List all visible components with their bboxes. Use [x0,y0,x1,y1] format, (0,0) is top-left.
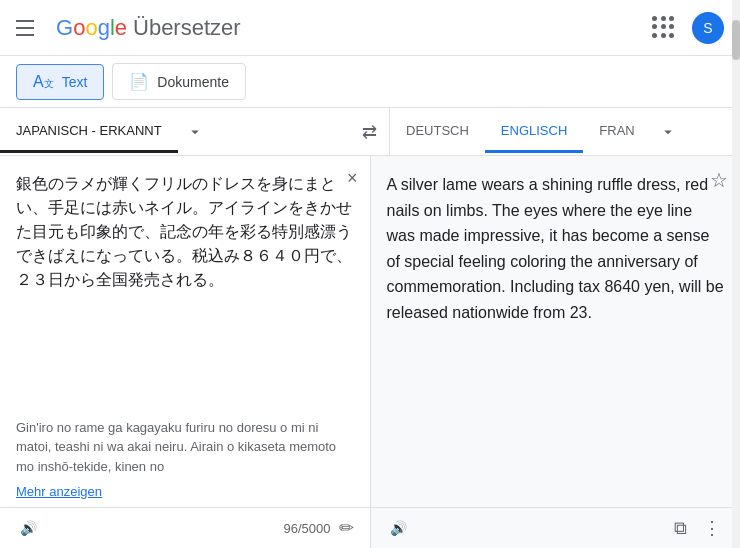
translation-listen-button[interactable] [387,516,411,540]
favorite-button[interactable] [710,169,728,191]
swap-languages-button[interactable]: ⇄ [350,113,389,151]
header-left: Google Übersetzer [16,15,241,41]
header: Google Übersetzer S [0,0,740,56]
translation-text: A silver lame wears a shining ruffle dre… [387,176,724,321]
toolbar: A文 Text 📄 Dokumente [0,56,740,108]
translation-text-area: A silver lame wears a shining ruffle dre… [371,156,741,507]
left-panel: 銀色のラメが輝くフリルのドレスを身にまとい、手足には赤いネイル。アイラインをきか… [0,156,371,548]
mehr-anzeigen-link[interactable]: Mehr anzeigen [0,480,370,507]
clear-button[interactable]: × [347,168,358,189]
more-options-button[interactable] [700,516,724,540]
docs-button[interactable]: 📄 Dokumente [112,63,246,100]
edit-button[interactable]: ✏ [339,517,354,539]
right-panel-footer [371,507,741,548]
right-panel: A silver lame wears a shining ruffle dre… [371,156,741,548]
target-lang-deutsch[interactable]: DEUTSCH [390,111,485,153]
docs-icon: 📄 [129,72,149,91]
app-name: Übersetzer [133,15,241,41]
text-button[interactable]: A文 Text [16,64,104,100]
avatar[interactable]: S [692,12,724,44]
source-lang-section: JAPANISCH - ERKANNT [0,111,350,153]
target-lang-englisch[interactable]: ENGLISCH [485,111,583,153]
target-lang-section: DEUTSCH ENGLISCH FRAN [390,111,740,153]
listen-button[interactable] [16,516,40,540]
source-text-area[interactable]: 銀色のラメが輝くフリルのドレスを身にまとい、手足には赤いネイル。アイラインをきか… [0,156,370,410]
scrollbar-thumb[interactable] [732,20,740,60]
header-right: S [652,12,724,44]
apps-icon[interactable] [652,16,676,40]
source-lang-dropdown[interactable] [178,111,212,153]
language-bar: JAPANISCH - ERKANNT ⇄ DEUTSCH ENGLISCH F… [0,108,740,156]
main-content: 銀色のラメが輝くフリルのドレスを身にまとい、手足には赤いネイル。アイラインをきか… [0,156,740,548]
romanization-text: Gin'iro no rame ga kagayaku furiru no do… [0,410,370,481]
copy-button[interactable] [668,516,692,540]
logo-text: Google [56,15,127,41]
char-count: 96/5000 [284,521,331,536]
scrollbar-track[interactable] [732,0,740,548]
source-text: 銀色のラメが輝くフリルのドレスを身にまとい、手足には赤いネイル。アイラインをきか… [16,175,352,288]
logo: Google Übersetzer [56,15,241,41]
target-lang-fran[interactable]: FRAN [583,111,650,153]
hamburger-icon[interactable] [16,16,40,40]
source-lang-tab[interactable]: JAPANISCH - ERKANNT [0,111,178,153]
target-lang-dropdown[interactable] [651,111,685,153]
left-panel-footer: 96/5000 ✏ [0,507,370,548]
text-icon: A文 [33,73,54,91]
